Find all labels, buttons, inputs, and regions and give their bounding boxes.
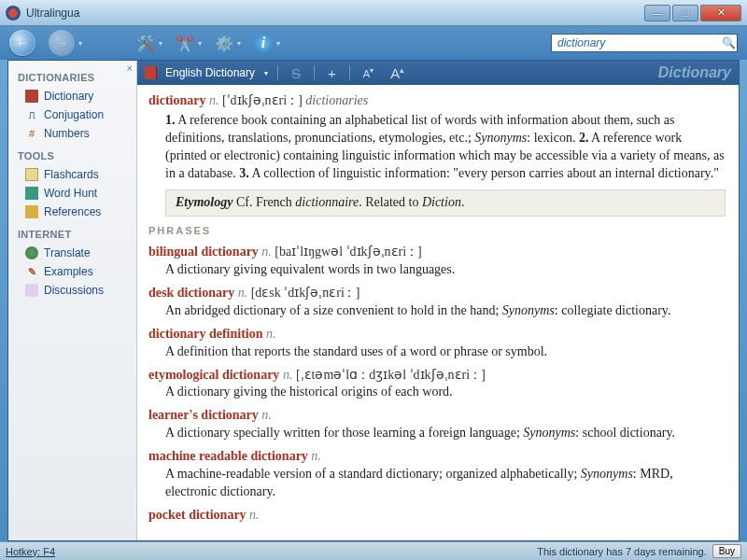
nav-dropdown-icon[interactable]: ▾ — [78, 39, 82, 48]
etymology-word: dictionnaire — [295, 195, 359, 209]
maximize-button[interactable]: □ — [672, 5, 698, 21]
phrase-headword: pocket dictionary — [148, 508, 247, 522]
minimize-button[interactable]: — — [644, 5, 670, 21]
sidebar-header-internet: INTERNET — [8, 221, 136, 244]
toolbar: ← → ▾ 🛠️ ▾ ✂️ ▾ ⚙️ ▾ i ▾ 🔍 — [0, 26, 747, 60]
phrase-headword: learner's dictionary — [148, 408, 259, 422]
main-entry: dictionary n. [ˈdɪkʃəˌnɛri ː ] dictionar… — [148, 92, 726, 110]
search-icon[interactable]: 🔍 — [720, 36, 737, 49]
sidebar-close-icon[interactable]: × — [127, 63, 133, 74]
entry-area[interactable]: dictionary n. [ˈdɪkʃəˌnɛri ː ] dictionar… — [137, 85, 739, 540]
part-of-speech: n. — [238, 286, 248, 300]
sidebar-item-label: Translate — [44, 246, 91, 259]
phrase-entry: dictionary definition n. A definition th… — [148, 326, 726, 361]
numbers-icon: # — [25, 127, 38, 140]
sidebar-item-numbers[interactable]: #Numbers — [8, 124, 136, 143]
search-input[interactable] — [552, 36, 720, 49]
separator — [277, 65, 278, 80]
font-increase-button[interactable]: A▴ — [387, 65, 408, 81]
phrases-header: PHRASES — [148, 224, 726, 238]
sidebar-item-flashcards[interactable]: Flashcards — [8, 165, 136, 184]
cut-icon[interactable]: ✂️ — [176, 34, 194, 52]
main-area: × DICTIONARIES Dictionary ⎍Conjugation #… — [7, 60, 740, 541]
sidebar-item-label: References — [44, 205, 101, 218]
phrase-definition: A machine-readable version of a standard… — [165, 466, 726, 501]
headword: dictionary — [148, 93, 205, 107]
tools-dropdown-icon[interactable]: ▾ — [159, 39, 162, 48]
arrow-right-icon: → — [55, 35, 68, 50]
dictionary-icon — [145, 66, 156, 79]
gear-dropdown-icon[interactable]: ▾ — [237, 39, 241, 48]
sidebar-item-word-hunt[interactable]: Word Hunt — [8, 184, 136, 203]
sidebar-item-references[interactable]: References — [8, 203, 136, 221]
sidebar-item-discussions[interactable]: Discussions — [8, 281, 136, 300]
word-hunt-icon — [25, 187, 38, 200]
definition-text: A collection of linguistic information: … — [249, 166, 719, 180]
phrase-headword: bilingual dictionary — [148, 245, 259, 259]
synonyms-label: Synonyms — [581, 467, 633, 481]
translate-icon — [25, 246, 38, 259]
phrase-definition: A dictionary specially written for those… — [165, 425, 726, 442]
synonyms-text: : lexicon. — [527, 131, 579, 145]
info-icon[interactable]: i — [254, 34, 273, 52]
sidebar-item-label: Word Hunt — [44, 187, 97, 200]
sidebar-item-examples[interactable]: ✎Examples — [8, 262, 136, 281]
gear-icon[interactable]: ⚙️ — [215, 34, 233, 52]
book-icon — [25, 90, 38, 103]
etymology-text: . — [461, 195, 465, 209]
strikethrough-button[interactable]: S — [288, 65, 304, 81]
forward-button[interactable]: → — [49, 30, 75, 56]
cut-dropdown-icon[interactable]: ▾ — [198, 39, 202, 48]
sidebar: × DICTIONARIES Dictionary ⎍Conjugation #… — [8, 61, 137, 540]
phrase-entry: bilingual dictionary n. [baɪˈlɪŋgwəl ˈdɪ… — [148, 244, 726, 279]
phrase-entry: learner's dictionary n. A dictionary spe… — [148, 407, 726, 442]
part-of-speech: n. — [266, 327, 276, 341]
flashcards-icon — [25, 168, 38, 181]
sense-number: 3. — [239, 166, 249, 180]
discussions-icon — [25, 284, 38, 297]
separator — [314, 65, 315, 80]
trial-message: This dictionary has 7 days remaining. — [537, 546, 707, 557]
etymology-box: Etymology Cf. French dictionnaire. Relat… — [165, 189, 726, 217]
phrase-entry: etymological dictionary n. [ˌɛtəməˈlɑ ː … — [148, 367, 726, 402]
search-box[interactable]: 🔍 — [551, 34, 738, 52]
etymology-text: Cf. French — [233, 195, 295, 209]
tools-icon[interactable]: 🛠️ — [136, 34, 155, 52]
synonyms-label: Synonyms — [474, 131, 527, 145]
statusbar: Hotkey: F4 This dictionary has 7 days re… — [0, 541, 747, 560]
chevron-down-icon[interactable]: ▾ — [264, 69, 268, 77]
statusbar-right: This dictionary has 7 days remaining. Bu… — [537, 544, 741, 558]
window-title: Ultralingua — [26, 7, 644, 20]
phrase-definition: An abridged dictionary of a size conveni… — [165, 302, 726, 320]
phrase-entry: desk dictionary n. [dɛsk ˈdɪkʃəˌnɛri ː ]… — [148, 285, 726, 320]
sidebar-item-translate[interactable]: Translate — [8, 244, 136, 262]
add-button[interactable]: + — [324, 65, 340, 81]
sidebar-header-tools: TOOLS — [8, 143, 136, 165]
sidebar-item-label: Flashcards — [44, 168, 99, 181]
part-of-speech: n. — [283, 368, 293, 382]
etymology-text: . Related to — [359, 195, 422, 209]
part-of-speech: n. — [261, 408, 272, 422]
part-of-speech: n. — [311, 449, 321, 463]
phrase-definition: A dictionary giving equivalent words in … — [165, 261, 726, 279]
font-decrease-button[interactable]: A▾ — [359, 66, 377, 79]
references-icon — [25, 205, 38, 218]
pronunciation: [ˈdɪkʃəˌnɛri ː ] — [222, 93, 303, 107]
content-title: Dictionary — [658, 64, 731, 81]
conjugation-icon: ⎍ — [25, 108, 38, 121]
back-button[interactable]: ← — [9, 30, 35, 56]
sense-number: 1. — [165, 113, 176, 127]
close-button[interactable]: ✕ — [700, 5, 741, 21]
current-dictionary-name[interactable]: English Dictionary — [165, 66, 255, 79]
pronunciation: [baɪˈlɪŋgwəl ˈdɪkʃəˌnɛri ː ] — [275, 245, 421, 259]
sidebar-item-conjugation[interactable]: ⎍Conjugation — [8, 105, 136, 124]
titlebar: Ultralingua — □ ✕ — [0, 0, 747, 26]
sense-number: 2. — [579, 131, 589, 145]
examples-icon: ✎ — [25, 265, 38, 278]
hotkey-label[interactable]: Hotkey: F4 — [6, 546, 55, 557]
window-buttons: — □ ✕ — [644, 5, 741, 21]
info-dropdown-icon[interactable]: ▾ — [276, 39, 280, 48]
part-of-speech: n. — [209, 93, 219, 107]
sidebar-item-dictionary[interactable]: Dictionary — [8, 87, 136, 105]
buy-button[interactable]: Buy — [712, 544, 741, 558]
